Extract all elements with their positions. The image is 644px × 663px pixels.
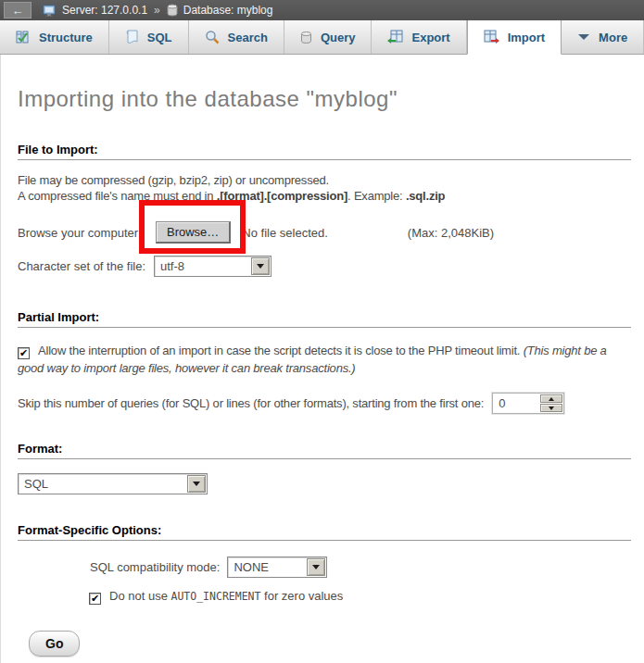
tab-search-label: Search [228,31,268,44]
max-upload-size: (Max: 2,048KiB) [408,226,494,240]
tab-query-label: Query [321,31,356,44]
section-heading-file-to-import: File to Import: [18,143,631,160]
autoinc-prefix: Do not use [109,589,171,603]
line2-mid: . Example: [347,189,406,203]
section-heading-partial-import: Partial Import: [18,310,631,328]
back-button[interactable]: ← [4,2,32,19]
skip-queries-spinner [540,394,562,412]
tab-sql[interactable]: SQL [109,20,189,54]
line2-prefix: A compressed file's name must end in [18,189,217,203]
page-title: Importing into the database "myblog" [18,86,635,112]
tab-more-label: More [599,31,627,44]
dropdown-arrow-icon [312,565,320,569]
spin-up-button[interactable] [540,394,562,403]
tab-query[interactable]: Query [284,20,373,54]
tab-bar: Structure SQL Search Query Export [0,20,644,55]
spin-up-icon [549,397,554,401]
section-heading-format-options: Format-Specific Options: [18,523,631,541]
dropdown-arrow-icon [193,482,200,486]
tab-export[interactable]: Export [372,20,466,54]
section-heading-format: Format: [18,442,631,459]
sql-compat-select-value: NONE [228,557,306,577]
sql-compat-select[interactable]: NONE [227,557,327,578]
skip-queries-value: 0 [493,394,539,413]
tab-more[interactable]: More [562,20,644,54]
autoinc-suffix: for zero values [260,589,343,603]
charset-label: Character set of the file: [18,259,154,273]
autoinc-code: AUTO_INCREMENT [171,590,261,603]
search-icon [205,30,220,44]
chevron-down-icon [577,33,590,41]
breadcrumb-bar: ← Server: 127.0.0.1 » Database: myblog [0,0,644,20]
import-icon [484,30,499,44]
sql-icon [125,30,139,44]
server-icon [43,5,57,17]
import-page: Importing into the database "myblog" Fil… [0,55,644,663]
compression-info-line1: File may be compressed (gzip, bzip2, zip… [18,172,635,188]
autoinc-row: ✔Do not use AUTO_INCREMENT for zero valu… [89,589,635,605]
go-button[interactable]: Go [29,631,80,657]
check-icon: ✔ [19,347,28,358]
allow-interrupt-checkbox[interactable]: ✔ [18,347,30,359]
tab-sql-label: SQL [147,31,172,44]
sql-compat-row: SQL compatibility mode: NONE [90,557,635,578]
skip-queries-row: Skip this number of queries (for SQL) or… [18,393,635,414]
line2-format-pattern: .[format].[compression] [217,189,347,203]
tab-import-label: Import [508,31,545,44]
skip-queries-label: Skip this number of queries (for SQL) or… [18,396,484,410]
charset-select-value: utf-8 [155,256,250,276]
breadcrumb-database[interactable]: Database: myblog [183,4,273,17]
tab-search[interactable]: Search [189,20,284,54]
browse-button[interactable]: Browse… [156,221,231,244]
breadcrumb-server[interactable]: Server: 127.0.0.1 [62,4,147,17]
database-icon [167,4,178,17]
tab-structure[interactable]: Structure [0,20,109,54]
spin-down-icon [549,407,554,410]
sql-compat-dropdown-button[interactable] [307,558,325,576]
query-icon [300,31,312,44]
autoinc-checkbox[interactable]: ✔ [89,593,101,605]
spin-down-button[interactable] [540,404,562,412]
charset-select[interactable]: utf-8 [154,256,271,277]
browse-row: Browse your computer: Browse… No file se… [18,221,635,244]
tab-structure-label: Structure [39,31,93,44]
check-icon: ✔ [91,593,99,604]
charset-dropdown-button[interactable] [251,257,270,275]
structure-icon [16,30,31,44]
allow-interrupt-text: Allow the interruption of an import in c… [38,344,524,357]
sql-compat-label: SQL compatibility mode: [90,560,220,574]
tab-export-label: Export [411,31,449,44]
format-select-value: SQL [19,474,186,494]
breadcrumb-separator: » [153,4,161,17]
browse-label: Browse your computer: [18,226,156,240]
dropdown-arrow-icon [257,264,264,269]
compression-info-line2: A compressed file's name must end in .[f… [18,188,635,204]
line2-example: .sql.zip [406,189,445,203]
skip-queries-input[interactable]: 0 [492,393,564,414]
no-file-selected-text: No file selected. [242,226,328,240]
format-select[interactable]: SQL [18,473,208,494]
format-dropdown-button[interactable] [187,475,206,493]
charset-row: Character set of the file: utf-8 [18,256,635,277]
allow-interrupt-row: ✔Allow the interruption of an import in … [18,342,635,377]
tab-import[interactable]: Import [467,20,562,55]
export-icon [387,30,403,44]
